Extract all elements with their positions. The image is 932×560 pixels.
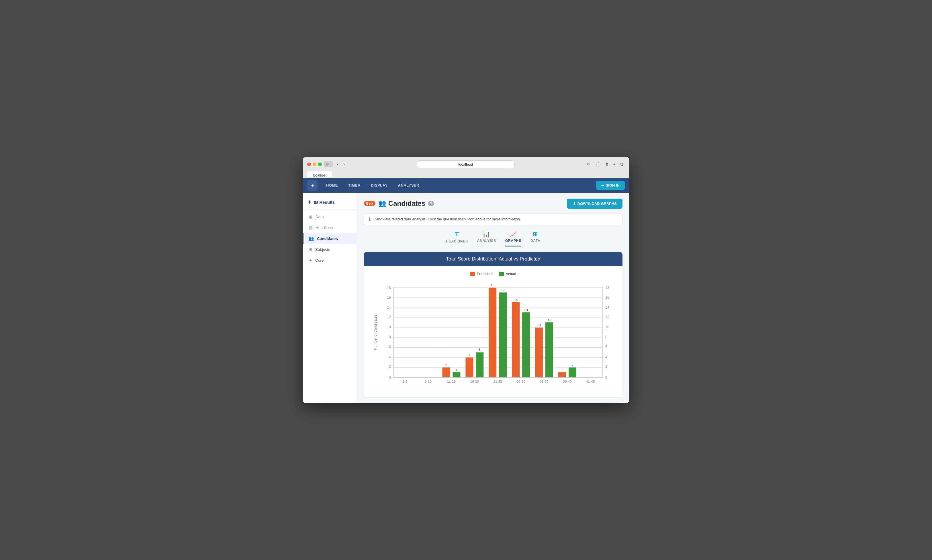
tab-label-analysis: ANALYSIS xyxy=(477,239,496,243)
svg-text:18: 18 xyxy=(387,286,391,290)
label-predicted-16-20: 4 xyxy=(469,353,470,357)
y-axis-label: Number of Candidates xyxy=(374,315,377,350)
data-tab-icon: ⊞ xyxy=(533,231,538,238)
sidebar-title: IB Results xyxy=(314,200,335,205)
legend-actual: Actual xyxy=(499,272,516,276)
sidebar-item-label-subjects: Subjects xyxy=(315,247,330,252)
svg-text:0: 0 xyxy=(389,376,391,380)
svg-text:16: 16 xyxy=(605,295,609,300)
new-tab-button[interactable]: + xyxy=(612,161,617,168)
label-predicted-26-30: 15 xyxy=(514,298,517,302)
close-button[interactable] xyxy=(307,163,311,166)
sidebar-item-candidates[interactable]: 👥 Candidates xyxy=(303,233,357,244)
download-icon: ⬇ xyxy=(573,202,576,206)
download-graphs-button[interactable]: ⬇ DOWNLOAD GRAPHS xyxy=(567,198,623,209)
main-layout: ✦ IB Results ▦ Data ▤ Headlines 👥 Candid… xyxy=(303,193,629,403)
label-actual-36-40: 2 xyxy=(572,363,573,367)
main-content: Beta 👥 Candidates ? ⬇ DOWNLOAD GRAPHS xyxy=(357,193,629,403)
xlabel-16-20: 16-20 xyxy=(470,380,479,383)
page-header: Beta 👥 Candidates ? ⬇ DOWNLOAD GRAPHS xyxy=(364,198,623,209)
bar-predicted-26-30 xyxy=(512,302,520,377)
actual-label: Actual xyxy=(506,272,516,276)
svg-text:8: 8 xyxy=(605,335,607,339)
xlabel-6-10: 6-10 xyxy=(425,380,432,383)
sidebar-header: ✦ IB Results xyxy=(303,196,357,210)
tab-headlines[interactable]: T HEADLINES xyxy=(446,231,468,246)
help-button[interactable]: ? xyxy=(428,201,434,206)
svg-text:16: 16 xyxy=(387,295,391,300)
sidebar-item-label-candidates: Candidates xyxy=(317,237,338,241)
sidebar-item-label-core: Core xyxy=(315,258,324,263)
tab-grid-button[interactable]: ⊟ ˅ xyxy=(324,162,333,167)
address-bar[interactable]: localhost xyxy=(417,160,514,168)
sidebar-item-subjects[interactable]: ⚙ Subjects xyxy=(303,244,357,255)
sidebar-logo-icon: ✦ xyxy=(307,199,312,206)
svg-text:12: 12 xyxy=(605,315,609,319)
app-logo[interactable]: ⊞ xyxy=(307,180,318,191)
share-button[interactable]: ⬆ xyxy=(604,161,611,168)
bar-actual-36-40 xyxy=(569,368,576,377)
bar-actual-31-35 xyxy=(545,322,553,377)
x-axis-labels: 1-5 6-10 11-15 16-20 21-25 26-30 31-35 3… xyxy=(403,380,595,383)
sidebar-item-core[interactable]: ✦ Core xyxy=(303,255,357,266)
nav-analyser[interactable]: ANALYSER xyxy=(393,178,424,192)
chart-title: Total Score Distribution: Actual vs Pred… xyxy=(364,252,623,266)
headlines-tab-icon: T xyxy=(455,231,459,238)
back-button[interactable]: ‹ xyxy=(335,161,340,168)
top-nav: ⊞ HOME TIMER DISPLAY ANALYSER ➜ SIGN IN xyxy=(303,178,629,193)
sidebar-item-headlines[interactable]: ▤ Headlines xyxy=(303,222,357,233)
svg-text:10: 10 xyxy=(605,325,609,329)
bar-actual-16-20 xyxy=(476,352,483,377)
tab-analysis[interactable]: 📊 ANALYSIS xyxy=(477,231,496,246)
label-actual-21-25: 17 xyxy=(501,288,504,292)
legend-predicted: Predicted xyxy=(470,272,492,276)
label-predicted-36-40: 1 xyxy=(561,368,563,372)
label-actual-31-35: 11 xyxy=(548,318,551,322)
xlabel-31-35: 31-35 xyxy=(540,380,549,383)
info-text: Candidate related data analysis. Click t… xyxy=(374,217,521,221)
svg-text:14: 14 xyxy=(605,306,609,309)
label-predicted-31-35: 10 xyxy=(537,323,540,327)
svg-text:10: 10 xyxy=(387,325,391,329)
svg-text:12: 12 xyxy=(387,315,391,319)
svg-text:14: 14 xyxy=(387,306,391,309)
nav-home[interactable]: HOME xyxy=(321,178,343,192)
bar-predicted-36-40 xyxy=(558,372,566,377)
nav-links: HOME TIMER DISPLAY ANALYSER xyxy=(321,178,424,192)
bar-chart-svg: 0 2 4 6 xyxy=(371,281,615,390)
sidebar-toggle-button[interactable]: ⧉ xyxy=(618,161,625,168)
history-button[interactable]: 🕐 xyxy=(594,161,603,168)
predicted-label: Predicted xyxy=(477,272,492,276)
sign-in-button[interactable]: ➜ SIGN IN xyxy=(596,181,625,190)
tab-data[interactable]: ⊞ DATA xyxy=(531,231,540,246)
nav-timer[interactable]: TIMER xyxy=(343,178,366,192)
chart-container: Total Score Distribution: Actual vs Pred… xyxy=(364,252,623,397)
tab-label-headlines: HEADLINES xyxy=(446,239,468,243)
maximize-button[interactable] xyxy=(318,163,322,166)
forward-button[interactable]: › xyxy=(341,161,346,168)
bar-actual-11-15 xyxy=(452,372,460,377)
minimize-button[interactable] xyxy=(313,163,317,166)
bar-actual-21-25 xyxy=(499,292,507,377)
core-icon: ✦ xyxy=(309,258,312,263)
bar-predicted-11-15 xyxy=(442,368,450,377)
bar-predicted-31-35 xyxy=(535,328,543,377)
candidates-page-icon: 👥 xyxy=(378,200,386,207)
app: ⊞ HOME TIMER DISPLAY ANALYSER ➜ SIGN IN … xyxy=(303,178,629,403)
nav-display[interactable]: DISPLAY xyxy=(366,178,393,192)
tabs-row: T HEADLINES 📊 ANALYSIS 📈 GRAPHS ⊞ DATA xyxy=(364,231,623,246)
svg-text:8: 8 xyxy=(389,335,391,339)
xlabel-1-5: 1-5 xyxy=(403,380,408,383)
svg-text:4: 4 xyxy=(605,355,607,359)
refresh-button[interactable]: ↺ xyxy=(585,162,592,167)
browser-tab[interactable]: localhost xyxy=(307,171,332,177)
candidates-icon: 👥 xyxy=(309,236,314,241)
svg-text:2: 2 xyxy=(389,365,391,369)
svg-text:4: 4 xyxy=(389,355,391,359)
sidebar-item-data[interactable]: ▦ Data xyxy=(303,211,357,222)
tab-graphs[interactable]: 📈 GRAPHS xyxy=(505,231,521,246)
label-actual-16-20: 5 xyxy=(479,348,481,351)
subjects-icon: ⚙ xyxy=(309,247,312,252)
sidebar-item-label-headlines: Headlines xyxy=(315,226,333,230)
headlines-icon: ▤ xyxy=(309,225,313,231)
